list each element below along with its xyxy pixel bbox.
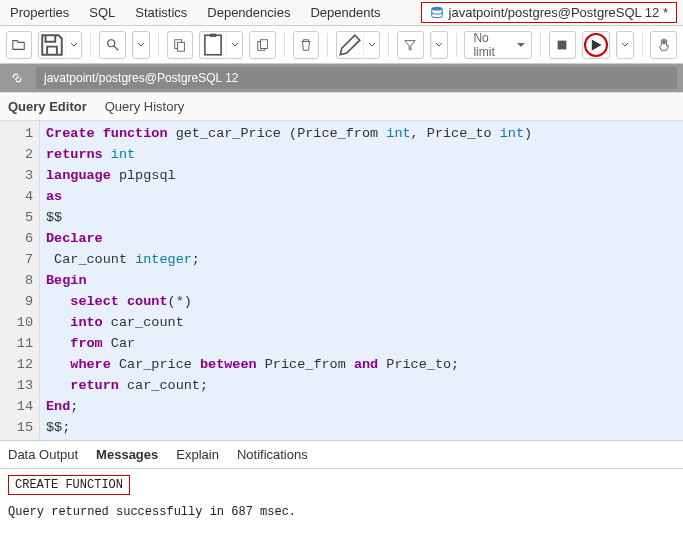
svg-rect-8 [558, 40, 567, 49]
chevron-down-icon [70, 41, 78, 49]
copy-icon [173, 38, 187, 52]
output-tab-bar: Data Output Messages Explain Notificatio… [0, 440, 683, 469]
output-panel: CREATE FUNCTION Query returned successfu… [0, 469, 683, 525]
filter-button[interactable] [397, 31, 423, 59]
limit-select[interactable]: No limit [464, 31, 532, 59]
toolbar: No limit [0, 26, 683, 64]
edit-dropdown[interactable] [336, 31, 380, 59]
svg-point-0 [431, 6, 442, 10]
tab-query-editor[interactable]: Query Editor [8, 99, 87, 114]
save-dropdown[interactable] [38, 31, 82, 59]
top-tab-bar: Properties SQL Statistics Dependencies D… [0, 0, 683, 26]
connection-bar: javatpoint/postgres@PostgreSQL 12 [0, 64, 683, 92]
tab-properties[interactable]: Properties [0, 1, 79, 24]
stop-icon [555, 38, 569, 52]
hand-icon [657, 38, 671, 52]
chevron-down-icon [137, 41, 145, 49]
find-dropdown[interactable] [132, 31, 150, 59]
database-icon [430, 6, 444, 20]
copy-stack-icon [256, 38, 270, 52]
query-tool-tab-label: javatpoint/postgres@PostgreSQL 12 * [449, 5, 668, 20]
connection-status-button[interactable] [6, 67, 28, 89]
filter-icon [403, 38, 417, 52]
folder-open-icon [12, 38, 26, 52]
search-icon [106, 38, 120, 52]
play-icon [589, 38, 603, 52]
tab-sql[interactable]: SQL [79, 1, 125, 24]
filter-dropdown[interactable] [430, 31, 448, 59]
delete-button[interactable] [293, 31, 319, 59]
paste-icon [200, 32, 226, 58]
line-gutter: 1 2 3 4 5 6 7 8 9 10 11 12 13 14 15 [0, 121, 40, 440]
explain-button[interactable] [650, 31, 676, 59]
copy-button[interactable] [167, 31, 193, 59]
execute-button[interactable] [582, 31, 610, 59]
tab-dependencies[interactable]: Dependencies [197, 1, 300, 24]
tab-dependents[interactable]: Dependents [300, 1, 390, 24]
stop-button[interactable] [549, 31, 575, 59]
chevron-down-icon [368, 41, 376, 49]
svg-rect-3 [177, 42, 184, 51]
svg-rect-7 [260, 39, 267, 48]
code-area[interactable]: Create function get_car_Price (Price_fro… [40, 121, 683, 440]
tab-data-output[interactable]: Data Output [8, 447, 78, 462]
find-button[interactable] [99, 31, 125, 59]
open-file-button[interactable] [6, 31, 32, 59]
status-message: Query returned successfully in 687 msec. [8, 505, 675, 519]
execute-dropdown[interactable] [616, 31, 634, 59]
trash-icon [299, 38, 313, 52]
editor-tab-bar: Query Editor Query History [0, 92, 683, 121]
svg-rect-5 [210, 33, 217, 36]
tab-notifications[interactable]: Notifications [237, 447, 308, 462]
svg-rect-4 [205, 35, 221, 55]
tab-statistics[interactable]: Statistics [125, 1, 197, 24]
duplicate-button[interactable] [249, 31, 275, 59]
connection-label: javatpoint/postgres@PostgreSQL 12 [36, 67, 677, 89]
save-icon [39, 32, 65, 58]
svg-point-1 [107, 39, 114, 46]
link-icon [10, 71, 24, 85]
tab-query-history[interactable]: Query History [105, 99, 184, 114]
paste-dropdown[interactable] [199, 31, 243, 59]
result-message: CREATE FUNCTION [8, 475, 130, 495]
sql-editor[interactable]: 1 2 3 4 5 6 7 8 9 10 11 12 13 14 15 Crea… [0, 121, 683, 440]
pencil-icon [337, 32, 363, 58]
chevron-down-icon [435, 41, 443, 49]
chevron-down-icon [231, 41, 239, 49]
tab-explain[interactable]: Explain [176, 447, 219, 462]
query-tool-tab[interactable]: javatpoint/postgres@PostgreSQL 12 * [421, 2, 677, 23]
tab-messages[interactable]: Messages [96, 447, 158, 462]
chevron-down-icon [621, 41, 629, 49]
